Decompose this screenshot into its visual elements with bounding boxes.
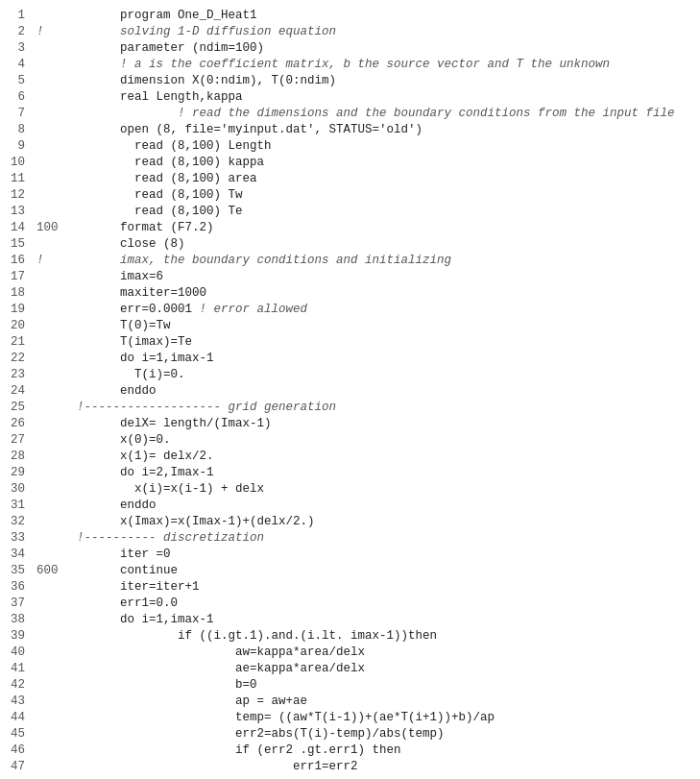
- line-number: 47: [10, 759, 36, 775]
- line-number: 16: [10, 253, 36, 269]
- code-line: 42 b=0: [10, 677, 690, 694]
- line-number: 46: [10, 742, 36, 759]
- code-line: 12 read (8,100) Tw: [10, 187, 690, 204]
- line-number: 21: [10, 334, 36, 351]
- line-number: 20: [10, 318, 36, 334]
- line-number: 6: [10, 89, 36, 106]
- code-line: 14100 format (F7.2): [10, 220, 690, 236]
- line-number: 22: [10, 351, 36, 367]
- line-number: 3: [10, 40, 36, 57]
- code-line: 33!---------- discretization: [10, 530, 690, 547]
- code-text: if (err2 .gt.err1) then: [77, 742, 401, 759]
- code-line: 45 err2=abs(T(i)-temp)/abs(temp): [10, 726, 690, 742]
- code-line: 36 iter=iter+1: [10, 579, 690, 596]
- code-text: b=0: [77, 677, 257, 694]
- line-number: 7: [10, 106, 36, 122]
- code-line: 43 ap = aw+ae: [10, 694, 690, 710]
- code-line: 5 dimension X(0:ndim), T(0:ndim): [10, 73, 690, 89]
- line-number: 42: [10, 677, 36, 694]
- code-text: read (8,100) area: [77, 171, 257, 187]
- line-label: 600: [36, 563, 77, 579]
- code-text: imax, the boundary conditions and initia…: [77, 253, 451, 269]
- line-number: 29: [10, 465, 36, 481]
- code-container: 1 program One_D_Heat12! solving 1-D diff…: [10, 8, 690, 775]
- code-line: 10 read (8,100) kappa: [10, 155, 690, 171]
- code-text: ae=kappa*area/delx: [77, 661, 365, 677]
- line-number: 27: [10, 432, 36, 449]
- code-line: 11 read (8,100) area: [10, 171, 690, 187]
- line-number: 36: [10, 579, 36, 596]
- code-text: x(0)=0.: [77, 432, 171, 449]
- line-number: 11: [10, 171, 36, 187]
- code-text: close (8): [77, 236, 185, 253]
- line-number: 10: [10, 155, 36, 171]
- line-number: 4: [10, 57, 36, 73]
- code-line: 17 imax=6: [10, 269, 690, 285]
- code-text: ! a is the coefficient matrix, b the sou…: [77, 57, 610, 73]
- line-number: 43: [10, 694, 36, 710]
- code-line: 44 temp= ((aw*T(i-1))+(ae*T(i+1))+b)/ap: [10, 710, 690, 726]
- line-number: 19: [10, 302, 36, 318]
- line-label: !: [36, 253, 77, 269]
- line-number: 38: [10, 612, 36, 628]
- line-number: 1: [10, 8, 36, 24]
- code-line: 20 T(0)=Tw: [10, 318, 690, 334]
- code-line: 6 real Length,kappa: [10, 89, 690, 106]
- line-number: 39: [10, 628, 36, 645]
- code-text: read (8,100) Length: [77, 138, 272, 155]
- code-line: 39 if ((i.gt.1).and.(i.lt. imax-1))then: [10, 628, 690, 645]
- code-line: 23 T(i)=0.: [10, 367, 690, 383]
- line-number: 34: [10, 547, 36, 563]
- code-line: 25!------------------- grid generation: [10, 400, 690, 416]
- code-text: x(Imax)=x(Imax-1)+(delx/2.): [77, 514, 315, 530]
- code-line: 37 err1=0.0: [10, 596, 690, 612]
- line-number: 44: [10, 710, 36, 726]
- code-text: do i=1,imax-1: [77, 612, 214, 628]
- code-text: err2=abs(T(i)-temp)/abs(temp): [77, 726, 445, 742]
- line-number: 25: [10, 400, 36, 416]
- code-line: 31 enddo: [10, 498, 690, 514]
- code-line: 2! solving 1-D diffusion equation: [10, 24, 690, 40]
- code-line: 24 enddo: [10, 383, 690, 400]
- code-text: aw=kappa*area/delx: [77, 645, 365, 661]
- code-line: 1 program One_D_Heat1: [10, 8, 690, 24]
- code-text: ! read the dimensions and the boundary c…: [77, 106, 675, 122]
- code-text: enddo: [77, 383, 157, 400]
- line-number: 31: [10, 498, 36, 514]
- code-line: 26 delX= length/(Imax-1): [10, 416, 690, 432]
- code-line: 35600 continue: [10, 563, 690, 579]
- code-text: do i=1,imax-1: [77, 351, 214, 367]
- line-number: 15: [10, 236, 36, 253]
- code-text: enddo: [77, 498, 157, 514]
- code-text: open (8, file='myinput.dat', STATUS='old…: [77, 122, 422, 138]
- code-text: read (8,100) kappa: [77, 155, 264, 171]
- line-number: 2: [10, 24, 36, 40]
- line-number: 12: [10, 187, 36, 204]
- code-line: 21 T(imax)=Te: [10, 334, 690, 351]
- code-text: program One_D_Heat1: [77, 8, 257, 24]
- code-text: T(i)=0.: [77, 367, 185, 383]
- code-text: solving 1-D diffusion equation: [77, 24, 336, 40]
- line-number: 45: [10, 726, 36, 742]
- line-number: 30: [10, 481, 36, 498]
- code-line: 47 err1=err2: [10, 759, 690, 775]
- code-line: 15 close (8): [10, 236, 690, 253]
- line-number: 37: [10, 596, 36, 612]
- code-line: 16! imax, the boundary conditions and in…: [10, 253, 690, 269]
- line-number: 8: [10, 122, 36, 138]
- code-line: 32 x(Imax)=x(Imax-1)+(delx/2.): [10, 514, 690, 530]
- code-text: x(i)=x(i-1) + delx: [77, 481, 264, 498]
- code-line: 28 x(1)= delx/2.: [10, 449, 690, 465]
- code-line: 7 ! read the dimensions and the boundary…: [10, 106, 690, 122]
- code-line: 38 do i=1,imax-1: [10, 612, 690, 628]
- code-text: parameter (ndim=100): [77, 40, 264, 57]
- line-number: 35: [10, 563, 36, 579]
- code-text: iter =0: [77, 547, 171, 563]
- line-label: !: [36, 24, 77, 40]
- line-number: 24: [10, 383, 36, 400]
- line-number: 26: [10, 416, 36, 432]
- code-text: ap = aw+ae: [77, 694, 307, 710]
- code-text: err=0.0001 ! error allowed: [77, 302, 307, 318]
- code-text: read (8,100) Te: [77, 204, 243, 220]
- code-text: format (F7.2): [77, 220, 214, 236]
